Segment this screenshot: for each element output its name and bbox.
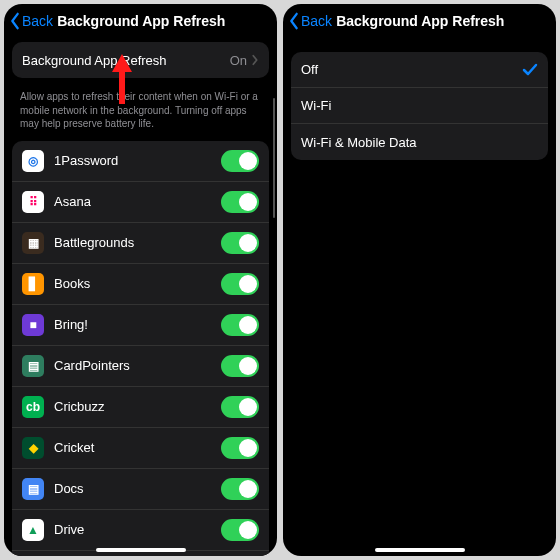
chevron-left-icon xyxy=(287,12,301,30)
app-name: Docs xyxy=(54,481,221,496)
master-value: On xyxy=(230,53,247,68)
app-name: Books xyxy=(54,276,221,291)
options-list: OffWi-FiWi-Fi & Mobile Data xyxy=(291,52,548,160)
app-name: Bring! xyxy=(54,317,221,332)
master-toggle-row[interactable]: Background App Refresh On xyxy=(12,42,269,78)
app-toggle[interactable] xyxy=(221,478,259,500)
app-row[interactable]: ■Bring! xyxy=(12,305,269,346)
app-row[interactable]: ▤CardPointers xyxy=(12,346,269,387)
app-icon: ▲ xyxy=(22,519,44,541)
app-row[interactable]: ▲Drive xyxy=(12,510,269,551)
option-label: Wi-Fi xyxy=(301,98,538,113)
app-row[interactable]: ◆Cricket xyxy=(12,428,269,469)
page-title: Background App Refresh xyxy=(57,13,225,29)
app-toggle[interactable] xyxy=(221,150,259,172)
navbar: Back Background App Refresh xyxy=(283,4,556,38)
app-icon: ▦ xyxy=(22,232,44,254)
chevron-right-icon xyxy=(251,54,259,66)
home-indicator[interactable] xyxy=(96,548,186,552)
app-icon: ◎ xyxy=(22,150,44,172)
checkmark-icon xyxy=(522,63,538,77)
app-row[interactable]: ◎1Password xyxy=(12,141,269,182)
app-icon: ■ xyxy=(22,314,44,336)
app-icon: ◆ xyxy=(22,437,44,459)
option-row[interactable]: Off xyxy=(291,52,548,88)
back-button[interactable]: Back xyxy=(287,12,332,30)
app-toggle[interactable] xyxy=(221,232,259,254)
app-toggle[interactable] xyxy=(221,396,259,418)
app-toggle[interactable] xyxy=(221,355,259,377)
app-icon: ▤ xyxy=(22,355,44,377)
app-name: Cricbuzz xyxy=(54,399,221,414)
master-group: Background App Refresh On xyxy=(12,42,269,78)
app-row[interactable]: ⠿Asana xyxy=(12,182,269,223)
app-name: Asana xyxy=(54,194,221,209)
home-indicator[interactable] xyxy=(375,548,465,552)
option-label: Off xyxy=(301,62,522,77)
scroll-area[interactable]: OffWi-FiWi-Fi & Mobile Data xyxy=(283,38,556,556)
app-name: Battlegrounds xyxy=(54,235,221,250)
app-name: CardPointers xyxy=(54,358,221,373)
app-toggle[interactable] xyxy=(221,314,259,336)
app-icon: ▋ xyxy=(22,273,44,295)
app-name: Drive xyxy=(54,522,221,537)
master-label: Background App Refresh xyxy=(22,53,230,68)
scrollbar[interactable] xyxy=(273,98,275,218)
app-toggle[interactable] xyxy=(221,437,259,459)
right-screen: Back Background App Refresh OffWi-FiWi-F… xyxy=(283,4,556,556)
app-row[interactable]: ▋Books xyxy=(12,264,269,305)
back-label: Back xyxy=(22,13,53,29)
app-row[interactable]: ▦Battlegrounds xyxy=(12,223,269,264)
app-icon: cb xyxy=(22,396,44,418)
chevron-left-icon xyxy=(8,12,22,30)
navbar: Back Background App Refresh xyxy=(4,4,277,38)
apps-list: ◎1Password⠿Asana▦Battlegrounds▋Books■Bri… xyxy=(12,141,269,557)
app-name: Cricket xyxy=(54,440,221,455)
app-row[interactable]: ▤Docs xyxy=(12,469,269,510)
app-toggle[interactable] xyxy=(221,273,259,295)
option-row[interactable]: Wi-Fi & Mobile Data xyxy=(291,124,548,160)
page-title: Background App Refresh xyxy=(336,13,504,29)
back-button[interactable]: Back xyxy=(8,12,53,30)
left-screen: Back Background App Refresh Background A… xyxy=(4,4,277,556)
app-row[interactable]: cbCricbuzz xyxy=(12,387,269,428)
option-row[interactable]: Wi-Fi xyxy=(291,88,548,124)
app-name: 1Password xyxy=(54,153,221,168)
app-toggle[interactable] xyxy=(221,519,259,541)
app-toggle[interactable] xyxy=(221,191,259,213)
option-label: Wi-Fi & Mobile Data xyxy=(301,135,538,150)
app-icon: ▤ xyxy=(22,478,44,500)
description-text: Allow apps to refresh their content when… xyxy=(12,86,269,141)
app-icon: ⠿ xyxy=(22,191,44,213)
scroll-area[interactable]: Background App Refresh On Allow apps to … xyxy=(4,38,277,556)
back-label: Back xyxy=(301,13,332,29)
